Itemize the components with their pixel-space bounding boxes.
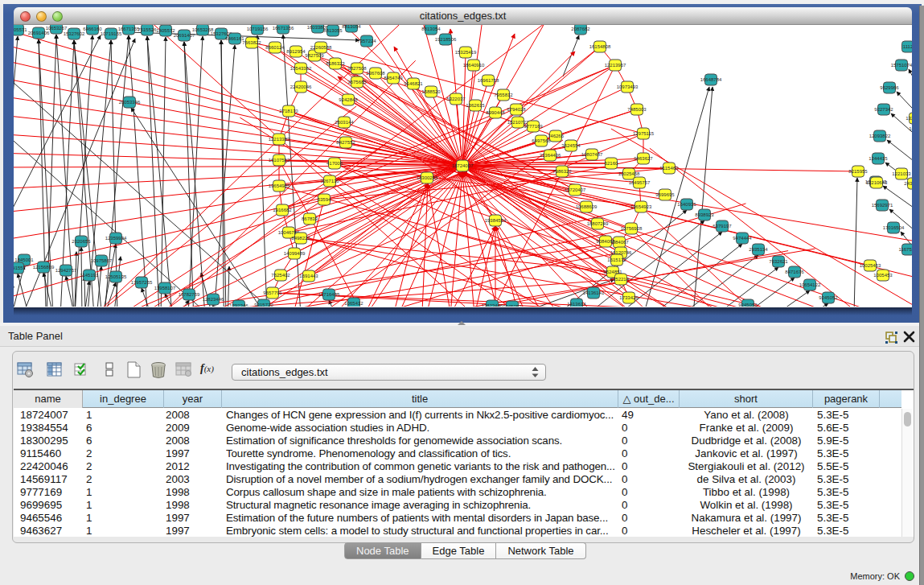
svg-text:1065412: 1065412 [344, 301, 363, 306]
svg-text:10025458: 10025458 [618, 171, 640, 176]
svg-text:18495757: 18495757 [629, 180, 651, 185]
svg-text:17957255: 17957255 [131, 280, 153, 285]
svg-text:8427552: 8427552 [336, 140, 355, 145]
svg-text:16107562: 16107562 [269, 158, 290, 163]
svg-text:19654985: 19654985 [269, 183, 290, 188]
svg-text:9115460: 9115460 [660, 166, 680, 171]
svg-text:19384554: 19384554 [485, 218, 507, 223]
svg-text:10688609: 10688609 [576, 204, 598, 209]
svg-text:15716485: 15716485 [318, 292, 340, 297]
svg-text:9242848: 9242848 [339, 97, 358, 102]
svg-text:9245052: 9245052 [819, 295, 838, 300]
svg-text:7485003: 7485003 [627, 107, 647, 112]
svg-text:8215955: 8215955 [848, 169, 868, 174]
svg-text:9227342: 9227342 [874, 107, 893, 112]
svg-text:8454749: 8454749 [384, 76, 403, 80]
svg-text:19654923: 19654923 [630, 204, 652, 209]
svg-text:1845001: 1845001 [14, 257, 34, 262]
svg-text:8471676: 8471676 [785, 270, 804, 274]
svg-text:10719156: 10719156 [247, 27, 269, 31]
svg-text:1112: 1112 [903, 44, 912, 49]
svg-text:7955812: 7955812 [494, 93, 513, 97]
svg-text:1145191: 1145191 [80, 273, 100, 278]
svg-text:6379197: 6379197 [713, 224, 732, 229]
svg-text:16671356: 16671356 [273, 26, 294, 31]
svg-text:1627533: 1627533 [909, 126, 912, 131]
svg-text:53594: 53594 [318, 197, 331, 202]
svg-text:18300295: 18300295 [417, 175, 438, 180]
svg-text:7625402: 7625402 [271, 273, 290, 278]
svg-text:21364436: 21364436 [540, 153, 561, 158]
svg-text:7986322: 7986322 [552, 169, 572, 174]
svg-text:12093822: 12093822 [869, 134, 891, 138]
svg-text:9463627: 9463627 [634, 156, 653, 161]
svg-text:20691407: 20691407 [174, 33, 195, 38]
svg-text:22420046: 22420046 [290, 84, 312, 89]
svg-text:7357224: 7357224 [357, 39, 376, 43]
svg-text:22260588: 22260588 [310, 45, 332, 50]
svg-text:9827509: 9827509 [305, 53, 324, 58]
svg-text:1733426: 1733426 [619, 295, 639, 300]
svg-text:15325419: 15325419 [455, 50, 477, 55]
svg-text:1916682: 1916682 [273, 208, 292, 212]
svg-text:18724007: 18724007 [452, 163, 474, 168]
svg-text:19218506: 19218506 [435, 37, 457, 42]
svg-text:12359934: 12359934 [105, 236, 127, 241]
svg-text:2437612: 2437612 [904, 181, 912, 186]
svg-text:14099489: 14099489 [284, 251, 306, 256]
svg-text:12823446: 12823446 [203, 297, 224, 302]
svg-text:62160: 62160 [605, 161, 618, 166]
svg-text:1322754: 1322754 [906, 116, 912, 121]
svg-text:252214: 252214 [613, 277, 630, 282]
svg-text:1221033: 1221033 [892, 171, 911, 176]
svg-text:9474444: 9474444 [733, 236, 752, 241]
svg-text:1405571: 1405571 [14, 27, 27, 32]
svg-text:9529966: 9529966 [880, 85, 899, 90]
svg-text:5498222: 5498222 [291, 236, 310, 241]
svg-text:10756928: 10756928 [621, 226, 643, 231]
svg-text:16154808: 16154808 [589, 44, 611, 49]
svg-text:15720407: 15720407 [565, 187, 586, 192]
svg-text:2087682: 2087682 [571, 27, 590, 31]
svg-text:20053346: 20053346 [119, 100, 141, 105]
svg-text:2935134: 2935134 [749, 247, 768, 252]
svg-text:6497568: 6497568 [532, 138, 551, 143]
svg-text:10654122: 10654122 [799, 282, 821, 287]
svg-text:1244415: 1244415 [869, 156, 888, 161]
svg-text:12213967: 12213967 [605, 63, 626, 68]
svg-text:1691443: 1691443 [299, 274, 318, 278]
svg-text:2367608: 2367608 [366, 71, 385, 76]
svg-text:12210643: 12210643 [866, 180, 888, 185]
svg-text:10975867: 10975867 [91, 258, 113, 263]
svg-text:1640935: 1640935 [677, 202, 696, 207]
svg-text:9245052: 9245052 [503, 304, 522, 307]
svg-text:10543362: 10543362 [290, 66, 312, 71]
svg-text:8813054: 8813054 [342, 25, 361, 29]
svg-text:8990448: 8990448 [486, 110, 505, 115]
svg-text:12505135: 12505135 [105, 274, 127, 279]
svg-text:16648784: 16648784 [700, 77, 722, 82]
svg-text:14136141: 14136141 [583, 290, 605, 295]
svg-text:1588520: 1588520 [421, 89, 441, 94]
svg-text:1005453: 1005453 [873, 273, 893, 278]
svg-text:417006: 417006 [326, 161, 343, 166]
svg-text:12942757: 12942757 [55, 268, 77, 273]
svg-text:5322037: 5322037 [446, 97, 466, 101]
svg-text:10807487: 10807487 [581, 152, 603, 157]
svg-text:2603144: 2603144 [335, 120, 354, 125]
svg-text:746266: 746266 [548, 134, 565, 138]
svg-text:2718170: 2718170 [279, 109, 298, 113]
svg-text:8813054: 8813054 [421, 27, 441, 31]
svg-text:1292346: 1292346 [229, 303, 248, 307]
svg-text:391557: 391557 [14, 266, 27, 270]
svg-text:8813055: 8813055 [323, 28, 343, 33]
svg-text:18640910: 18640910 [463, 63, 485, 68]
svg-text:8186323: 8186323 [326, 61, 345, 66]
svg-text:9315720: 9315720 [254, 303, 273, 307]
svg-text:10719155: 10719155 [101, 31, 122, 36]
svg-text:12156869: 12156869 [33, 265, 55, 270]
svg-text:10973493: 10973493 [617, 84, 639, 89]
svg-text:2020655: 2020655 [72, 239, 91, 244]
svg-text:15327602: 15327602 [64, 31, 85, 36]
svg-text:9827508: 9827508 [347, 66, 367, 71]
